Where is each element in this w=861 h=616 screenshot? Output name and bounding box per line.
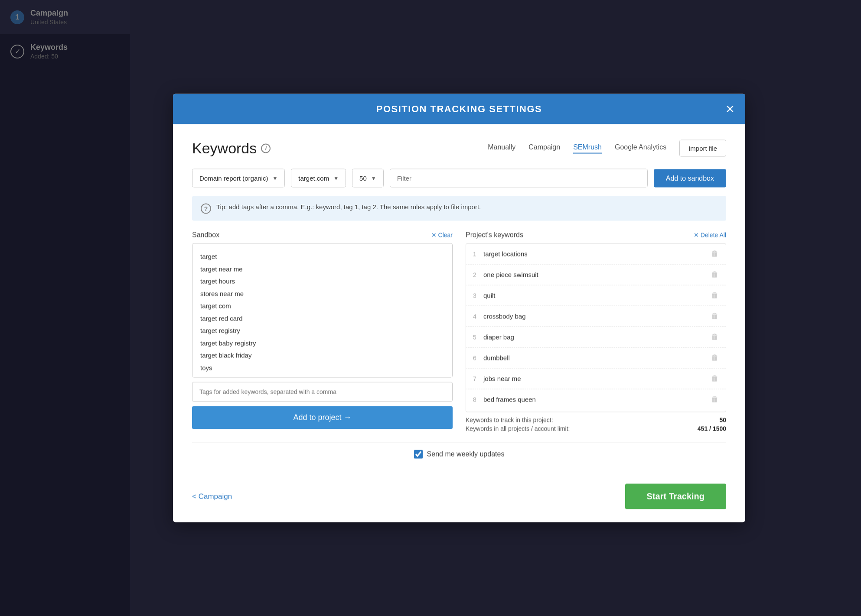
sandbox-keyword-target-baby-registry: target baby registry <box>200 337 444 350</box>
modal-title: POSITION TRACKING SETTINGS <box>376 104 542 115</box>
kw-delete-7[interactable]: 🗑 <box>711 374 719 383</box>
kw-delete-8[interactable]: 🗑 <box>711 395 719 404</box>
kw-delete-6[interactable]: 🗑 <box>711 353 719 363</box>
table-row: 8 bed frames queen 🗑 <box>466 389 726 410</box>
kw-text-4: crossbody bag <box>483 313 711 320</box>
table-row: 6 dumbbell 🗑 <box>466 348 726 369</box>
count-arrow: ▼ <box>371 175 376 181</box>
tab-campaign[interactable]: Campaign <box>528 143 560 153</box>
sandbox-keyword-target-com: target com <box>200 300 444 313</box>
kw-delete-5[interactable]: 🗑 <box>711 333 719 342</box>
domain-report-label: Domain report (organic) <box>199 175 268 182</box>
clear-button[interactable]: ✕ Clear <box>431 232 453 239</box>
keyword-source-tabs: Manually Campaign SEMrush Google Analyti… <box>488 140 726 157</box>
stat-account-val: 451 / 1500 <box>698 425 726 432</box>
kw-text-2: one piece swimsuit <box>483 271 711 279</box>
kw-num-1: 1 <box>473 250 483 257</box>
kw-delete-1[interactable]: 🗑 <box>711 250 719 259</box>
kw-text-1: target locations <box>483 250 711 258</box>
keywords-info-icon[interactable]: i <box>261 143 271 153</box>
modal-footer: < Campaign Start Tracking <box>173 476 745 522</box>
delete-all-x-icon: ✕ <box>694 232 699 239</box>
domain-report-arrow: ▼ <box>272 175 277 181</box>
sandbox-keyword-stores-near-me: stores near me <box>200 288 444 300</box>
count-dropdown[interactable]: 50 ▼ <box>352 169 384 188</box>
sandbox-header: Sandbox ✕ Clear <box>192 231 453 239</box>
kw-text-3: quilt <box>483 292 711 299</box>
stat-account: Keywords in all projects / account limit… <box>466 425 726 432</box>
weekly-updates-label[interactable]: Send me weekly updates <box>414 450 505 459</box>
modal: POSITION TRACKING SETTINGS ✕ Keywords i … <box>173 94 745 522</box>
table-row: 5 diaper bag 🗑 <box>466 327 726 348</box>
tab-google-analytics[interactable]: Google Analytics <box>615 143 666 153</box>
table-row: 1 target locations 🗑 <box>466 244 726 265</box>
delete-all-label: Delete All <box>701 232 726 239</box>
kw-num-5: 5 <box>473 334 483 340</box>
project-keywords-header: Project's keywords ✕ Delete All <box>466 231 726 239</box>
tip-box: ? Tip: add tags after a comma. E.g.: key… <box>192 196 726 221</box>
tab-semrush[interactable]: SEMrush <box>573 143 602 153</box>
modal-body: Keywords i Manually Campaign SEMrush Goo… <box>173 124 745 476</box>
weekly-updates-text: Send me weekly updates <box>427 451 505 458</box>
kw-text-8: bed frames queen <box>483 396 711 403</box>
sandbox-box[interactable]: target target near me target hours store… <box>192 243 453 378</box>
two-col-layout: Sandbox ✕ Clear target target near me ta… <box>192 231 726 434</box>
table-row: 3 quilt 🗑 <box>466 285 726 306</box>
stat-track-label: Keywords to track in this project: <box>466 417 553 424</box>
sandbox-keyword-airpods: airpods <box>200 374 444 378</box>
kw-text-6: dumbbell <box>483 354 711 362</box>
kw-delete-3[interactable]: 🗑 <box>711 291 719 300</box>
sandbox-keyword-target-black-friday: target black friday <box>200 350 444 362</box>
tip-icon: ? <box>201 204 211 214</box>
weekly-updates-checkbox[interactable] <box>414 450 423 459</box>
keywords-title: Keywords i <box>192 140 271 157</box>
stat-track-val: 50 <box>719 417 726 424</box>
modal-close-button[interactable]: ✕ <box>725 104 735 115</box>
stat-account-label: Keywords in all projects / account limit… <box>466 425 570 432</box>
sandbox-column: Sandbox ✕ Clear target target near me ta… <box>192 231 453 434</box>
kw-delete-4[interactable]: 🗑 <box>711 312 719 321</box>
keywords-header: Keywords i Manually Campaign SEMrush Goo… <box>192 140 726 157</box>
domain-label: target.com <box>298 175 329 182</box>
kw-text-5: diaper bag <box>483 334 711 341</box>
kw-num-7: 7 <box>473 375 483 382</box>
project-keywords-list: 1 target locations 🗑 2 one piece swimsui… <box>466 243 726 412</box>
domain-dropdown[interactable]: target.com ▼ <box>291 169 346 188</box>
delete-all-button[interactable]: ✕ Delete All <box>694 232 726 239</box>
filter-input[interactable] <box>390 169 648 188</box>
sandbox-title: Sandbox <box>192 231 219 239</box>
import-file-button[interactable]: Import file <box>679 140 726 157</box>
modal-header: POSITION TRACKING SETTINGS ✕ <box>173 94 745 124</box>
tip-text: Tip: add tags after a comma. E.g.: keywo… <box>216 203 481 211</box>
kw-text-7: jobs near me <box>483 375 711 383</box>
domain-report-dropdown[interactable]: Domain report (organic) ▼ <box>192 169 285 188</box>
kw-num-4: 4 <box>473 313 483 320</box>
sandbox-keyword-target-near-me: target near me <box>200 263 444 276</box>
sandbox-keyword-target-red-card: target red card <box>200 312 444 325</box>
kw-num-6: 6 <box>473 354 483 361</box>
project-keywords-column: Project's keywords ✕ Delete All 1 target… <box>466 231 726 434</box>
table-row: 4 crossbody bag 🗑 <box>466 306 726 327</box>
stat-track: Keywords to track in this project: 50 <box>466 417 726 424</box>
kw-num-3: 3 <box>473 292 483 299</box>
start-tracking-button[interactable]: Start Tracking <box>625 484 726 509</box>
sandbox-keyword-target: target <box>200 251 444 263</box>
back-campaign-button[interactable]: < Campaign <box>192 492 232 501</box>
domain-arrow: ▼ <box>333 175 339 181</box>
sandbox-keyword-target-hours: target hours <box>200 276 444 288</box>
add-to-project-button[interactable]: Add to project → <box>192 406 453 429</box>
bottom-section: Send me weekly updates <box>192 443 726 459</box>
count-label: 50 <box>359 175 367 182</box>
tags-input[interactable] <box>192 382 453 402</box>
table-row: 2 one piece swimsuit 🗑 <box>466 265 726 285</box>
clear-label: Clear <box>438 232 453 239</box>
add-sandbox-button[interactable]: Add to sandbox <box>654 169 726 187</box>
clear-x-icon: ✕ <box>431 232 437 239</box>
stats-row: Keywords to track in this project: 50 Ke… <box>466 417 726 432</box>
kw-num-2: 2 <box>473 271 483 278</box>
kw-delete-2[interactable]: 🗑 <box>711 270 719 279</box>
tab-manually[interactable]: Manually <box>488 143 515 153</box>
kw-num-8: 8 <box>473 396 483 403</box>
project-keywords-title: Project's keywords <box>466 231 523 239</box>
keywords-title-text: Keywords <box>192 140 257 157</box>
